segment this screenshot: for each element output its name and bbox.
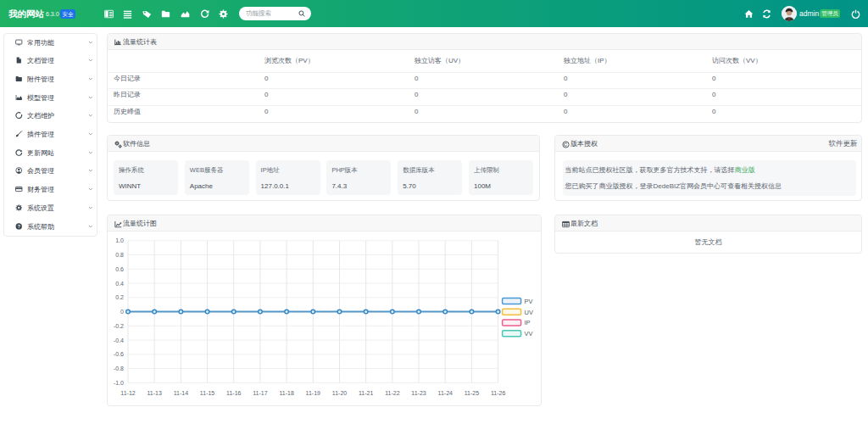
svg-text:0.2: 0.2 (115, 294, 124, 300)
svg-text:-0.2: -0.2 (114, 323, 124, 329)
svg-text:PV: PV (525, 298, 533, 305)
svg-text:0: 0 (120, 309, 124, 315)
svg-text:11-17: 11-17 (253, 390, 267, 396)
svg-text:VV: VV (525, 330, 533, 338)
svg-text:11-15: 11-15 (200, 390, 214, 396)
svg-text:0.4: 0.4 (115, 281, 124, 287)
svg-text:11-19: 11-19 (306, 390, 320, 396)
svg-text:11-16: 11-16 (226, 390, 241, 396)
svg-text:11-20: 11-20 (332, 390, 347, 396)
svg-text:11-26: 11-26 (491, 390, 505, 396)
svg-text:11-14: 11-14 (174, 390, 188, 396)
svg-text:11-12: 11-12 (120, 390, 135, 396)
svg-text:-0.6: -0.6 (114, 351, 124, 357)
svg-text:IP: IP (525, 319, 531, 326)
svg-text:0.8: 0.8 (115, 252, 124, 258)
svg-text:11-24: 11-24 (438, 390, 453, 396)
svg-text:-0.8: -0.8 (114, 365, 124, 371)
svg-text:11-21: 11-21 (359, 390, 373, 396)
svg-text:11-22: 11-22 (385, 390, 399, 396)
svg-text:11-18: 11-18 (279, 390, 293, 396)
svg-text:1.0: 1.0 (115, 237, 124, 243)
svg-text:UV: UV (525, 309, 533, 316)
svg-text:11-25: 11-25 (465, 390, 479, 396)
svg-text:-1.0: -1.0 (114, 380, 124, 386)
svg-text:-0.4: -0.4 (114, 338, 124, 343)
svg-text:0.6: 0.6 (115, 266, 124, 272)
svg-text:11-13: 11-13 (147, 390, 161, 396)
svg-text:11-23: 11-23 (411, 390, 426, 396)
svg-text:?: ? (18, 223, 20, 228)
